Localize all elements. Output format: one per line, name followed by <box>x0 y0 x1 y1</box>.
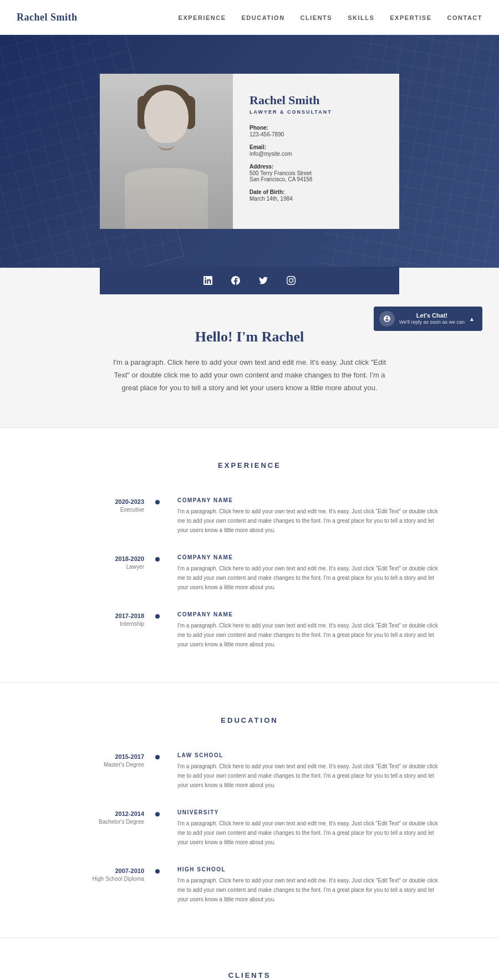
exp-2-role: Lawyer <box>55 564 144 570</box>
education-item-3: 2007-2010 High School Diploma HIGH SCHOO… <box>55 866 444 904</box>
chat-widget[interactable]: Let's Chat! We'll reply as soon as we ca… <box>374 307 482 331</box>
site-brand: Rachel Smith <box>17 12 78 23</box>
hero-info: Rachel Smith LAWYER & CONSULTANT Phone: … <box>233 74 399 229</box>
exp-2-desc: I'm a paragraph. Click here to add your … <box>177 564 444 592</box>
edu-3-desc: I'm a paragraph. Click here to add your … <box>177 876 444 904</box>
hero-photo <box>100 74 233 229</box>
edu-2-school: UNIVERSITY <box>177 809 444 815</box>
nav-link-expertise[interactable]: EXPERTISE <box>390 14 431 21</box>
nav-link-education[interactable]: EDUCATION <box>242 14 285 21</box>
intro-heading: Hello! I'm Rachel <box>17 329 482 345</box>
phone-label: Phone: <box>249 125 385 131</box>
intro-paragraph: I'm a paragraph. Click here to add your … <box>105 356 394 394</box>
education-item-1: 2015-2017 Master's Degree LAW SCHOOL I'm… <box>55 752 444 790</box>
exp-1-desc: I'm a paragraph. Click here to add your … <box>177 507 444 535</box>
experience-item-1: 2020-2023 Executive COMPANY NAME I'm a p… <box>55 497 444 535</box>
experience-item-2: 2018-2020 Lawyer COMPANY NAME I'm a para… <box>55 554 444 592</box>
exp-1-dot <box>155 500 160 504</box>
intro-section: Let's Chat! We'll reply as soon as we ca… <box>0 295 499 427</box>
nav-link-experience[interactable]: EXPERIENCE <box>179 14 226 21</box>
exp-1-years: 2020-2023 <box>55 498 144 505</box>
exp-2-left: 2018-2020 Lawyer <box>55 554 144 570</box>
exp-2-right: COMPANY NAME I'm a paragraph. Click here… <box>177 554 444 592</box>
dob-label: Date of Birth: <box>249 189 385 195</box>
edu-1-school: LAW SCHOOL <box>177 752 444 758</box>
hero-card: Rachel Smith LAWYER & CONSULTANT Phone: … <box>100 74 399 229</box>
exp-2-dot <box>155 557 160 562</box>
edu-3-right: HIGH SCHOOL I'm a paragraph. Click here … <box>177 866 444 904</box>
edu-2-role: Bachelor's Degree <box>55 819 144 825</box>
nav-link-clients[interactable]: CLIENTS <box>301 14 333 21</box>
phone-value: 123-456-7890 <box>249 131 385 137</box>
chat-chevron-icon: ▲ <box>469 316 475 322</box>
education-title: EDUCATION <box>55 716 444 724</box>
nav-links: EXPERIENCE EDUCATION CLIENTS SKILLS EXPE… <box>179 12 482 22</box>
address-label: Address: <box>249 164 385 170</box>
education-item-2: 2012-2014 Bachelor's Degree UNIVERSITY I… <box>55 809 444 847</box>
address-value: 500 Terry Francois Street San Francisco,… <box>249 170 385 182</box>
edu-1-role: Master's Degree <box>55 762 144 768</box>
facebook-icon[interactable] <box>230 274 242 287</box>
experience-title: EXPERIENCE <box>55 461 444 469</box>
chat-avatar-icon <box>379 311 395 326</box>
edu-1-left: 2015-2017 Master's Degree <box>55 752 144 768</box>
navbar: Rachel Smith EXPERIENCE EDUCATION CLIENT… <box>0 0 499 35</box>
edu-3-school: HIGH SCHOOL <box>177 866 444 872</box>
instagram-icon[interactable] <box>285 274 297 287</box>
exp-1-left: 2020-2023 Executive <box>55 497 144 513</box>
dob-value: March 14th, 1984 <box>249 196 385 202</box>
person-smile <box>158 144 175 150</box>
exp-3-right: COMPANY NAME I'm a paragraph. Click here… <box>177 611 444 649</box>
edu-1-right: LAW SCHOOL I'm a paragraph. Click here t… <box>177 752 444 790</box>
hero-name: Rachel Smith <box>249 93 385 108</box>
edu-3-role: High School Diploma <box>55 876 144 882</box>
clients-section: CLIENTS ✛ talo S SolidSteel <box>0 938 499 980</box>
person-body <box>125 168 208 229</box>
edu-3-left: 2007-2010 High School Diploma <box>55 866 144 882</box>
exp-3-company: COMPANY NAME <box>177 611 444 617</box>
hero-job-title: LAWYER & CONSULTANT <box>249 109 385 115</box>
hero-photo-inner <box>100 74 233 229</box>
edu-2-right: UNIVERSITY I'm a paragraph. Click here t… <box>177 809 444 847</box>
edu-1-desc: I'm a paragraph. Click here to add your … <box>177 762 444 790</box>
exp-2-years: 2018-2020 <box>55 555 144 562</box>
exp-1-company: COMPANY NAME <box>177 497 444 503</box>
edu-2-years: 2012-2014 <box>55 810 144 817</box>
email-label: Email: <box>249 144 385 150</box>
education-timeline: 2015-2017 Master's Degree LAW SCHOOL I'm… <box>55 752 444 904</box>
chat-label: Let's Chat! <box>399 312 465 319</box>
exp-3-dot <box>155 614 160 619</box>
edu-3-years: 2007-2010 <box>55 867 144 874</box>
nav-link-contact[interactable]: CONTACT <box>447 14 482 21</box>
email-value: info@mysite.com <box>249 151 385 157</box>
person-head <box>144 90 189 143</box>
edu-1-years: 2015-2017 <box>55 753 144 760</box>
exp-3-role: Internship <box>55 621 144 627</box>
experience-timeline: 2020-2023 Executive COMPANY NAME I'm a p… <box>55 497 444 649</box>
edu-2-left: 2012-2014 Bachelor's Degree <box>55 809 144 825</box>
education-section: EDUCATION 2015-2017 Master's Degree LAW … <box>0 683 499 937</box>
exp-3-years: 2017-2018 <box>55 612 144 619</box>
exp-3-desc: I'm a paragraph. Click here to add your … <box>177 621 444 649</box>
social-bar <box>100 267 399 294</box>
clients-title: CLIENTS <box>28 971 471 979</box>
edu-3-dot <box>155 869 160 874</box>
exp-1-role: Executive <box>55 507 144 513</box>
exp-3-left: 2017-2018 Internship <box>55 611 144 627</box>
experience-section: EXPERIENCE 2020-2023 Executive COMPANY N… <box>0 428 499 682</box>
twitter-icon[interactable] <box>257 274 269 287</box>
edu-2-dot <box>155 812 160 816</box>
exp-1-right: COMPANY NAME I'm a paragraph. Click here… <box>177 497 444 535</box>
edu-1-dot <box>155 755 160 759</box>
hero-section: Rachel Smith LAWYER & CONSULTANT Phone: … <box>0 35 499 268</box>
edu-2-desc: I'm a paragraph. Click here to add your … <box>177 819 444 847</box>
exp-2-company: COMPANY NAME <box>177 554 444 560</box>
linkedin-icon[interactable] <box>202 274 214 287</box>
experience-item-3: 2017-2018 Internship COMPANY NAME I'm a … <box>55 611 444 649</box>
chat-sub-label: We'll reply as soon as we can <box>399 319 465 326</box>
nav-link-skills[interactable]: SKILLS <box>348 14 374 21</box>
